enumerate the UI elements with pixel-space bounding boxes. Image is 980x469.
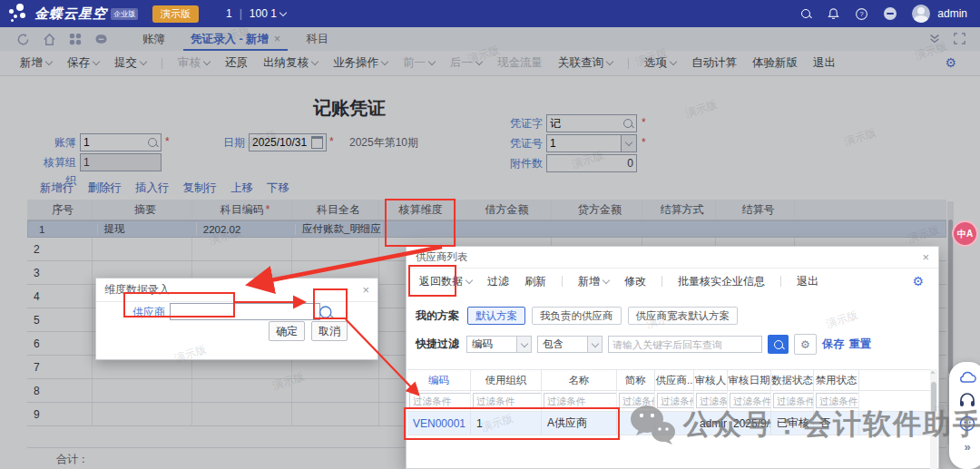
org-id: 1 <box>226 7 232 20</box>
supplier-code-link[interactable]: VEN00001 <box>407 412 471 435</box>
quick-filter-label: 快捷过滤 <box>416 337 459 352</box>
supplier-dimension-input[interactable] <box>170 303 320 320</box>
scheme-default-button[interactable]: 默认方案 <box>467 307 525 325</box>
filter-input-status[interactable] <box>773 393 814 408</box>
supplier-table-header: 编码 使用组织 名称 简称 供应商.. 审核人 审核日期 数据状态 禁用状态 <box>407 369 932 391</box>
modify-button[interactable]: 修改 <box>624 274 646 289</box>
dimension-dialog: 维度数据录入 × 供应商 确定 取消 <box>95 278 378 360</box>
filter-input-short[interactable] <box>619 393 655 408</box>
supplier-lookup-icon[interactable] <box>319 305 337 322</box>
kingdee-logo-icon <box>7 3 31 24</box>
scheme-my-suppliers-button[interactable]: 我负责的供应商 <box>532 307 622 325</box>
kingdee-voucher-screen: 金蝶云星空 企业版 演示版 1 | 100 1 ? admin 账簿 凭证录入 … <box>0 0 980 469</box>
bell-icon[interactable] <box>827 7 840 21</box>
edition-badge: 企业版 <box>111 8 138 20</box>
demo-version-badge: 演示版 <box>152 5 199 23</box>
my-scheme-label: 我的方案 <box>416 308 459 324</box>
chevron-down-icon <box>279 9 287 16</box>
quick-filter-row: 快捷过滤 编码 包含 ⚙ 保存 重置 <box>407 334 938 355</box>
ok-button[interactable]: 确定 <box>269 321 305 341</box>
headset-icon[interactable] <box>959 392 975 407</box>
col-use-org: 使用组织 <box>471 370 542 390</box>
filter-settings-gear-icon[interactable]: ⚙ <box>794 334 817 355</box>
supplier-filter-row <box>407 391 932 412</box>
reset-link[interactable]: 重置 <box>849 337 871 352</box>
account-id: 100 1 <box>250 7 277 20</box>
brand-title: 金蝶云星空 <box>34 5 107 23</box>
scheme-wide-table-button[interactable]: 供应商宽表默认方案 <box>628 307 739 325</box>
col-auditor: 审核人 <box>694 370 728 390</box>
smiley-icon[interactable] <box>959 415 975 432</box>
assistant-dock: » <box>949 362 980 469</box>
col-name: 名称 <box>542 370 617 390</box>
keyword-search-input[interactable] <box>608 336 762 353</box>
close-icon[interactable]: × <box>362 283 369 297</box>
col-audit-date: 审核日期 <box>728 370 771 390</box>
supplier-row[interactable]: VEN00001 1 A供应商 admin 2025/9/26 已审核 否 <box>407 412 932 435</box>
return-data-button[interactable]: 返回数据 <box>419 274 472 289</box>
expand-dock-icon[interactable]: » <box>964 440 970 454</box>
org-account-switcher[interactable]: 1 | 100 1 <box>226 7 286 20</box>
popup-title: 供应商列表 <box>416 250 468 264</box>
supplier-toolbar: 返回数据 过滤 刷新 新增 修改 批量核实企业信息 退出 ⚙ <box>407 269 938 294</box>
supplier-label: 供应商 <box>132 305 165 320</box>
svg-text:?: ? <box>860 10 864 18</box>
col-filler <box>859 370 932 390</box>
filter-input-name[interactable] <box>544 393 617 408</box>
do-not-disturb-icon[interactable] <box>883 6 897 21</box>
col-data-status: 数据状态 <box>771 370 814 390</box>
filter-input-forbid[interactable] <box>816 393 859 408</box>
top-bar: 金蝶云星空 企业版 演示版 1 | 100 1 ? admin <box>0 0 980 27</box>
cloud-icon[interactable] <box>958 370 976 384</box>
divider: | <box>240 7 242 20</box>
filter-input-code[interactable] <box>409 393 471 408</box>
filter-button[interactable]: 过滤 <box>487 274 509 289</box>
supplier-table: 编码 使用组织 名称 简称 供应商.. 审核人 审核日期 数据状态 禁用状态 <box>407 369 932 435</box>
avatar[interactable] <box>912 5 930 23</box>
cancel-button[interactable]: 取消 <box>311 321 348 341</box>
translate-button[interactable]: 中A <box>952 220 978 247</box>
scheme-row: 我的方案 默认方案 我负责的供应商 供应商宽表默认方案 <box>407 307 938 325</box>
supplier-list-popup: 供应商列表 × 返回数据 过滤 刷新 新增 修改 批量核实企业信息 退出 ⚙ 我… <box>406 246 939 469</box>
filter-input-auditor[interactable] <box>696 393 728 408</box>
exit-button[interactable]: 退出 <box>797 274 818 289</box>
new-supplier-button[interactable]: 新增 <box>578 274 609 289</box>
filter-input-org[interactable] <box>473 393 542 408</box>
filter-input-cat[interactable] <box>657 393 694 408</box>
dialog-title: 维度数据录入 <box>104 282 170 298</box>
refresh-button[interactable]: 刷新 <box>524 274 546 289</box>
popup-scrollbar[interactable] <box>930 369 937 469</box>
col-code[interactable]: 编码 <box>407 370 471 390</box>
username[interactable]: admin <box>937 7 967 20</box>
col-short-name: 简称 <box>617 370 655 390</box>
search-icon[interactable] <box>801 9 810 18</box>
col-supplier-cat: 供应商.. <box>655 370 694 390</box>
batch-verify-button[interactable]: 批量核实企业信息 <box>678 274 765 289</box>
search-button[interactable] <box>768 335 789 354</box>
close-icon[interactable]: × <box>922 250 929 264</box>
filter-input-date[interactable] <box>730 393 771 408</box>
save-scheme-link[interactable]: 保存 <box>822 337 844 352</box>
filter-field-select[interactable]: 编码 <box>466 336 532 353</box>
filter-operator-select[interactable]: 包含 <box>537 336 603 353</box>
popup-settings-gear-icon[interactable]: ⚙ <box>912 274 924 288</box>
col-forbid-status: 禁用状态 <box>814 370 859 390</box>
help-icon[interactable]: ? <box>855 7 868 21</box>
